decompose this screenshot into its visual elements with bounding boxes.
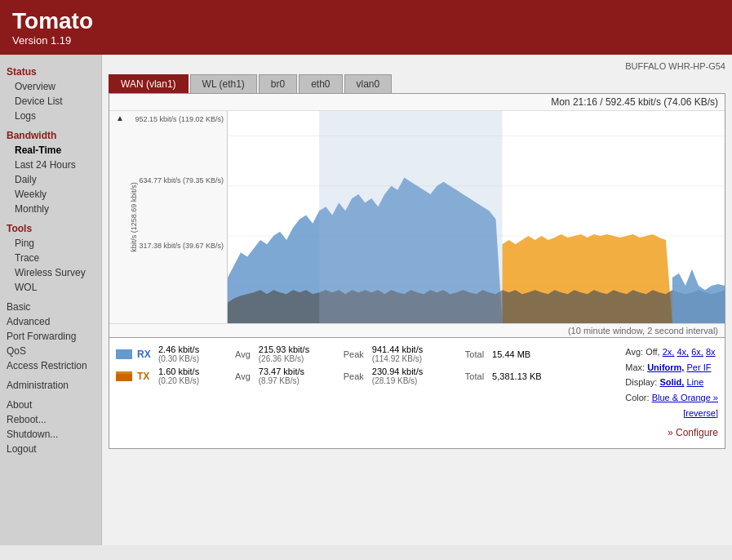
stats-right: Avg: Off, 2x, 4x, 6x, 8x Max: Uniform, P… (625, 344, 718, 442)
y-label-mid: 634.77 kbit/s (79.35 KB/s) (139, 176, 224, 184)
color-option-label: Color: (625, 393, 649, 402)
tab-eth0[interactable]: eth0 (299, 74, 342, 93)
sidebar-item-device-list[interactable]: Device List (0, 94, 101, 109)
chart-header: Mon 21:16 / 592.45 kbit/s (74.06 KB/s) (109, 94, 725, 111)
display-line[interactable]: Line (686, 377, 703, 387)
avg-2x[interactable]: 2x, (663, 347, 675, 357)
sidebar-item-port-forwarding[interactable]: Port Forwarding (0, 329, 101, 344)
svg-marker-7 (672, 269, 725, 323)
stats-area: RX 2.46 kbit/s (0.30 KB/s) Avg 215.93 kb… (109, 338, 725, 449)
tx-total: 5,381.13 KB (492, 371, 542, 381)
tab-bar: WAN (vlan1) WL (eth1) br0 eth0 vlan0 (109, 74, 725, 93)
avg-label-rx: Avg (235, 349, 251, 359)
display-option-label: Display: (625, 377, 657, 387)
peak-label-tx: Peak (344, 371, 364, 381)
chart-svg (228, 111, 725, 323)
y-label-low: 317.38 kbit/s (39.67 KB/s) (139, 242, 224, 250)
sidebar-item-last-24-hours[interactable]: Last 24 Hours (0, 158, 101, 172)
svg-rect-8 (319, 111, 502, 323)
sidebar: Status Overview Device List Logs Bandwid… (0, 55, 102, 545)
rx-color-indicator (116, 349, 132, 359)
max-uniform[interactable]: Uniform, (647, 362, 684, 372)
sidebar-item-real-time[interactable]: Real-Time (0, 143, 101, 158)
rx-current-sub: (0.30 KB/s) (158, 354, 224, 363)
sidebar-item-reboot[interactable]: Reboot... (0, 412, 101, 427)
configure-link[interactable]: » Configure (668, 427, 718, 438)
peak-label-rx: Peak (344, 349, 364, 359)
rx-current: 2.46 kbit/s (158, 344, 224, 354)
sidebar-item-trace[interactable]: Trace (0, 251, 101, 265)
sidebar-item-wol[interactable]: WOL (0, 280, 101, 295)
color-value[interactable]: Blue & Orange » (652, 393, 718, 402)
rx-stat-row: RX 2.46 kbit/s (0.30 KB/s) Avg 215.93 kb… (116, 344, 542, 363)
sidebar-item-weekly[interactable]: Weekly (0, 187, 101, 202)
sidebar-bandwidth-header: Bandwidth (0, 128, 101, 143)
y-label-top: 952.15 kbit/s (119.02 KB/s) (135, 115, 224, 123)
total-label-tx: Total (465, 371, 484, 381)
sidebar-item-monthly[interactable]: Monthly (0, 202, 101, 216)
reverse-link[interactable]: [reverse] (683, 408, 718, 418)
max-per-if[interactable]: Per IF (686, 362, 711, 372)
sidebar-item-overview[interactable]: Overview (0, 79, 101, 94)
tx-label: TX (137, 371, 153, 382)
tx-avg-sub: (8.97 KB/s) (259, 376, 332, 385)
sidebar-item-wireless-survey[interactable]: Wireless Survey (0, 265, 101, 280)
tx-stat-row: TX 1.60 kbit/s (0.20 KB/s) Avg 73.47 kbi… (116, 367, 542, 385)
sidebar-item-qos[interactable]: QoS (0, 344, 101, 358)
device-label: BUFFALO WHR-HP-G54 (109, 61, 725, 71)
avg-label-tx: Avg (235, 371, 251, 381)
tab-vlan0[interactable]: vlan0 (344, 74, 393, 93)
sidebar-item-about[interactable]: About (0, 398, 101, 412)
tab-br0[interactable]: br0 (259, 74, 297, 93)
sidebar-item-access-restriction[interactable]: Access Restriction (0, 358, 101, 373)
chart-footer: (10 minute window, 2 second interval) (109, 323, 725, 337)
rx-peak-sub: (114.92 KB/s) (372, 354, 454, 363)
avg-off[interactable]: Off, (645, 347, 660, 357)
avg-4x[interactable]: 4x, (677, 347, 689, 357)
bandwidth-chart: Mon 21:16 / 592.45 kbit/s (74.06 KB/s) 9… (109, 93, 725, 338)
app-version: Version 1.19 (12, 34, 720, 47)
tx-peak: 230.94 kbit/s (372, 367, 454, 376)
sidebar-tools-header: Tools (0, 221, 101, 236)
sidebar-item-ping[interactable]: Ping (0, 236, 101, 251)
sidebar-item-logout[interactable]: Logout (0, 442, 101, 456)
tab-wl[interactable]: WL (eth1) (190, 74, 257, 93)
tx-peak-sub: (28.19 KB/s) (372, 376, 454, 385)
rx-peak: 941.44 kbit/s (372, 344, 454, 354)
tx-avg: 73.47 kbit/s (259, 367, 332, 376)
main-content: BUFFALO WHR-HP-G54 WAN (vlan1) WL (eth1)… (102, 55, 732, 545)
arrow-up-icon: ▲ (116, 113, 124, 122)
tx-color-indicator (116, 371, 132, 381)
avg-8x[interactable]: 8x (706, 347, 716, 357)
rx-total: 15.44 MB (492, 349, 530, 359)
y-axis-label: kbit/s (1258.69 kbit/s) (130, 168, 138, 266)
rx-avg: 215.93 kbit/s (259, 344, 332, 354)
tx-current: 1.60 kbit/s (158, 367, 224, 376)
rx-avg-sub: (26.36 KB/s) (259, 354, 332, 363)
avg-6x[interactable]: 6x, (691, 347, 703, 357)
app-title: Tomato (12, 8, 720, 34)
sidebar-item-daily[interactable]: Daily (0, 172, 101, 187)
sidebar-item-shutdown[interactable]: Shutdown... (0, 427, 101, 442)
display-solid[interactable]: Solid, (659, 377, 684, 387)
rx-label: RX (137, 349, 153, 360)
sidebar-item-basic[interactable]: Basic (0, 300, 101, 314)
sidebar-status-header: Status (0, 64, 101, 79)
sidebar-item-administration[interactable]: Administration (0, 378, 101, 393)
tx-current-sub: (0.20 KB/s) (158, 376, 224, 385)
total-label-rx: Total (465, 349, 484, 359)
sidebar-item-advanced[interactable]: Advanced (0, 314, 101, 329)
max-option-label: Max: (625, 362, 645, 372)
sidebar-item-logs[interactable]: Logs (0, 109, 101, 123)
avg-option-label: Avg: (625, 347, 643, 357)
header: Tomato Version 1.19 (0, 0, 732, 55)
stats-left: RX 2.46 kbit/s (0.30 KB/s) Avg 215.93 kb… (116, 344, 542, 442)
tab-wan[interactable]: WAN (vlan1) (109, 74, 189, 93)
